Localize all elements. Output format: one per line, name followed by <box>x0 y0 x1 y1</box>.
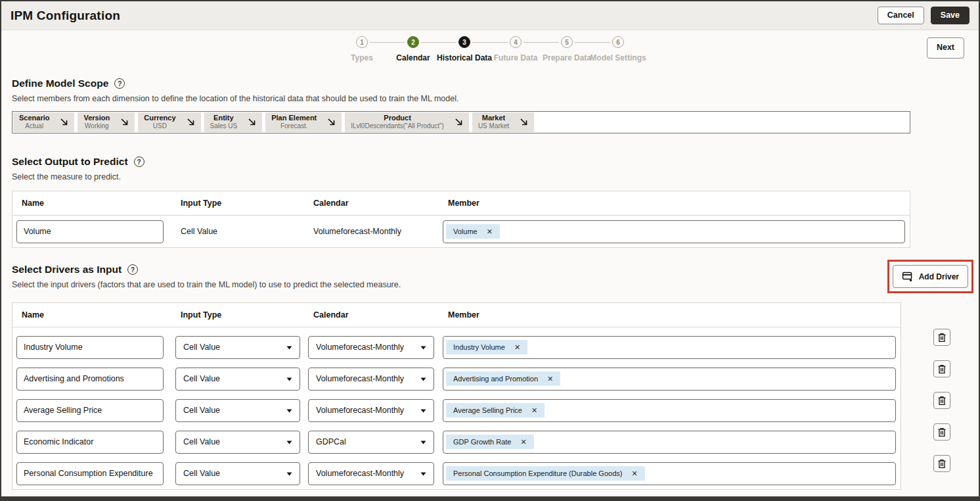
step-circle: 3 <box>458 36 470 48</box>
step-historical-data[interactable]: 3 Historical Data <box>439 36 490 62</box>
column-header-name: Name <box>12 310 171 320</box>
dimension-member: US Market <box>478 122 509 130</box>
step-label: Prepare Data <box>543 53 591 62</box>
member-chip-label: GDP Growth Rate <box>453 438 511 446</box>
step-future-data[interactable]: 4 Future Data <box>490 36 541 62</box>
remove-member-icon[interactable]: ✕ <box>520 439 526 446</box>
driver-member-field[interactable]: Average Selling Price✕ <box>443 399 896 422</box>
help-icon[interactable]: ? <box>114 78 125 89</box>
member-chip: Average Selling Price✕ <box>446 403 545 418</box>
add-driver-label: Add Driver <box>919 272 959 281</box>
remove-member-icon[interactable]: ✕ <box>487 228 493 235</box>
driver-name-input[interactable] <box>16 336 164 359</box>
calendar-select[interactable]: GDPCal <box>308 431 434 454</box>
driver-member-field[interactable]: Industry Volume✕ <box>443 336 896 359</box>
remove-member-icon[interactable]: ✕ <box>547 375 553 383</box>
dropdown-caret-icon <box>420 406 426 415</box>
dropdown-caret-icon <box>286 437 292 446</box>
dropdown-caret-icon <box>420 437 426 446</box>
column-header-input-type: Input Type <box>171 199 304 208</box>
input-type-select[interactable]: Cell Value <box>175 336 300 359</box>
wizard-stepper: 1 Types 2 Calendar 3 Historical Data 4 F… <box>1 36 979 62</box>
dimension-member: Working <box>85 122 109 130</box>
help-icon[interactable]: ? <box>127 264 138 275</box>
remove-member-icon[interactable]: ✕ <box>514 344 520 351</box>
dropdown-caret-icon <box>420 469 426 478</box>
output-member-field[interactable]: Volume ✕ <box>443 220 905 243</box>
delete-driver-button[interactable] <box>933 423 950 441</box>
section-description: Select members from each dimension to de… <box>1 94 979 103</box>
member-selector-icon <box>327 118 336 126</box>
cancel-button[interactable]: Cancel <box>878 7 924 25</box>
dimension-version[interactable]: Version Working <box>78 112 135 132</box>
section-description: Select the measure to predict. <box>1 172 979 181</box>
drivers-table-header: Name Input Type Calendar Member <box>12 303 901 327</box>
driver-member-field[interactable]: GDP Growth Rate✕ <box>443 431 896 454</box>
input-type-select[interactable]: Cell Value <box>175 399 300 422</box>
next-button[interactable]: Next <box>927 37 964 59</box>
member-selector-icon <box>187 118 195 126</box>
calendar-select[interactable]: Volumeforecast-Monthly <box>308 368 434 391</box>
output-table-header: Name Input Type Calendar Member <box>12 191 910 216</box>
select-output-section: Select Output to Predict ? Select the me… <box>1 156 979 248</box>
step-types[interactable]: 1 Types <box>336 36 388 62</box>
column-header-calendar: Calendar <box>304 310 439 320</box>
member-chip: Personal Consumption Expenditure (Durabl… <box>446 466 645 481</box>
driver-name-input[interactable] <box>16 399 164 422</box>
member-selector-icon <box>120 118 129 126</box>
step-model-settings[interactable]: 6 Model Settings <box>592 36 644 62</box>
delete-driver-button[interactable] <box>933 392 950 409</box>
input-type-select[interactable]: Cell Value <box>175 462 300 485</box>
page-title: IPM Configuration <box>11 9 120 23</box>
input-type-select[interactable]: Cell Value <box>175 431 300 454</box>
add-driver-button[interactable]: Add Driver <box>893 265 968 288</box>
column-header-input-type: Input Type <box>171 310 304 320</box>
select-drivers-section: Select Drivers as Input ? Select the inp… <box>1 248 979 490</box>
calendar-select[interactable]: Volumeforecast-Monthly <box>308 462 434 485</box>
dimension-product[interactable]: Product ILvl0Descendants("All Product") <box>345 112 469 132</box>
driver-name-input[interactable] <box>16 431 164 454</box>
help-icon[interactable]: ? <box>134 156 145 167</box>
step-circle: 2 <box>407 36 419 48</box>
dimension-currency[interactable]: Currency USD <box>138 112 200 132</box>
dimension-member: USD <box>153 122 167 130</box>
dimension-pov-bar: Scenario Actual Version Working Currency… <box>12 111 910 133</box>
delete-driver-button[interactable] <box>933 329 950 346</box>
driver-name-input[interactable] <box>16 462 164 485</box>
step-circle: 5 <box>561 36 573 48</box>
step-calendar[interactable]: 2 Calendar <box>388 36 439 62</box>
step-label: Model Settings <box>590 53 646 62</box>
driver-name-input[interactable] <box>16 368 164 391</box>
define-model-scope-section: Define Model Scope ? Select members from… <box>1 78 979 133</box>
dimension-member: Actual <box>25 122 43 130</box>
save-button[interactable]: Save <box>931 7 969 25</box>
dimension-name: Version <box>83 114 110 123</box>
driver-member-field[interactable]: Advertising and Promotion✕ <box>443 368 896 391</box>
dimension-plan-element[interactable]: Plan Element Forecast. <box>265 112 342 132</box>
remove-member-icon[interactable]: ✕ <box>531 407 537 414</box>
dimension-market[interactable]: Market US Market <box>472 112 534 132</box>
input-type-select[interactable]: Cell Value <box>175 368 300 391</box>
member-selector-icon <box>248 118 256 126</box>
column-header-member: Member <box>439 310 901 320</box>
delete-driver-rail <box>933 293 979 490</box>
section-title: Select Output to Predict <box>12 156 128 168</box>
driver-member-field[interactable]: Personal Consumption Expenditure (Durabl… <box>443 462 896 485</box>
step-prepare-data[interactable]: 5 Prepare Data <box>541 36 592 62</box>
member-selector-icon <box>520 118 528 126</box>
section-title: Define Model Scope <box>12 78 108 89</box>
delete-driver-button[interactable] <box>933 360 950 377</box>
dimension-name: Plan Element <box>271 114 317 123</box>
column-header-member: Member <box>439 199 910 208</box>
step-label: Historical Data <box>437 53 492 62</box>
calendar-select[interactable]: Volumeforecast-Monthly <box>308 399 434 422</box>
dimension-scenario[interactable]: Scenario Actual <box>13 112 74 132</box>
member-chip: GDP Growth Rate✕ <box>446 435 534 449</box>
calendar-select[interactable]: Volumeforecast-Monthly <box>308 336 434 359</box>
dimension-entity[interactable]: Entity Sales US <box>204 112 263 132</box>
member-chip: Volume ✕ <box>446 224 500 239</box>
output-name-input[interactable] <box>16 220 164 243</box>
delete-driver-button[interactable] <box>933 455 950 472</box>
remove-member-icon[interactable]: ✕ <box>631 470 637 477</box>
member-selector-icon <box>60 118 68 126</box>
